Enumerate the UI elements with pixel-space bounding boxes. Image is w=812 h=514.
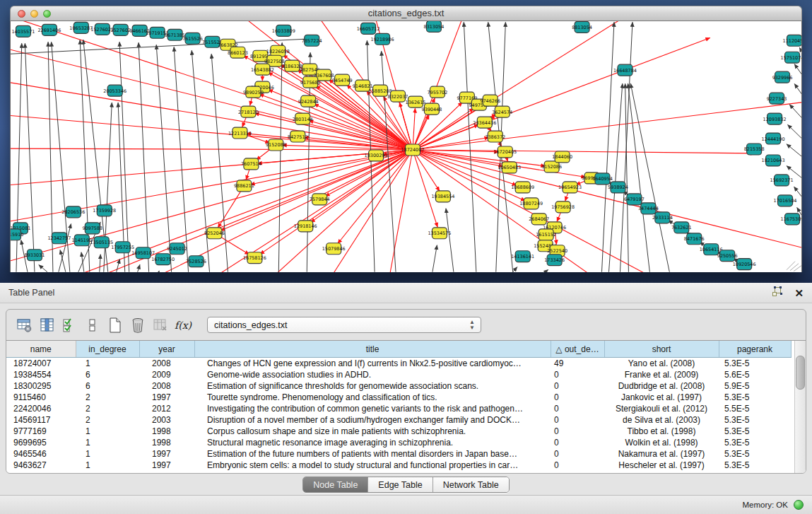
graph-node-label: 8471676	[684, 236, 705, 242]
graph-edge	[413, 37, 710, 150]
table-cell: 2009	[139, 369, 194, 380]
tab-network-table[interactable]: Network Table	[433, 477, 509, 492]
table-cell: Stergiakouli et al. (2012)	[604, 403, 719, 414]
table-row[interactable]: 1872400712008Changes of HCN gene express…	[6, 358, 791, 370]
table-source-value: citations_edges.txt	[214, 320, 288, 330]
vertical-scrollbar[interactable]	[794, 341, 806, 473]
graph-node-label: 8215358	[744, 146, 765, 152]
graph-edge	[60, 250, 66, 271]
table-cell: 1997	[139, 448, 194, 460]
table-toolbar: f(x) citations_edges.txt ▲▼	[6, 310, 806, 340]
table-type-segmented-control: Node TableEdge TableNetwork Table	[302, 477, 509, 493]
graph-node-label: 2933114	[652, 215, 673, 221]
table-row[interactable]: 911546021997Tourette syndrome. Phenomeno…	[6, 392, 791, 403]
column-header-out_de[interactable]: △ out_de…	[551, 341, 604, 358]
table-cell: Changes of HCN gene expression and I(f) …	[194, 358, 551, 370]
column-header-short[interactable]: short	[604, 341, 719, 358]
table-row[interactable]: 1830029562008Estimation of significance …	[6, 380, 791, 392]
graph-node-label: 16543882	[251, 67, 274, 73]
delete-column-button[interactable]	[126, 314, 149, 337]
graph-edge	[192, 50, 209, 271]
zoom-window-button[interactable]	[43, 10, 51, 18]
table-column-button[interactable]	[36, 314, 59, 337]
graph-node-label: 16720405	[493, 149, 517, 155]
graph-node-label: 10650483	[498, 165, 521, 170]
close-panel-icon[interactable]: ✕	[794, 288, 804, 298]
select-rows-button[interactable]	[59, 314, 81, 337]
node-table[interactable]: namein_degreeyeartitle△ out_de…shortpage…	[6, 341, 792, 471]
column-header-pagerank[interactable]: pagerank	[719, 341, 791, 358]
table-row[interactable]: 1938455462009Genome-wide association stu…	[6, 369, 791, 380]
table-cell: 0	[551, 392, 604, 403]
table-cell: Nakamura et al. (1997)	[604, 448, 719, 460]
delete-table-button-disabled[interactable]	[149, 314, 172, 337]
table-cell: 0	[551, 369, 604, 380]
graph-node-label: 2522540	[547, 248, 567, 254]
graph-node-label: 10920546	[733, 262, 756, 267]
graph-edge	[156, 45, 171, 271]
graph-node-label: 19384554	[431, 194, 454, 199]
table-row[interactable]: 1456911722003Disruption of a novel membe…	[6, 414, 791, 426]
graph-node-label: 12918146	[294, 223, 317, 229]
new-table-button[interactable]	[104, 314, 126, 337]
table-row[interactable]: 946554611997Estimation of the future num…	[6, 448, 791, 460]
tab-edge-table[interactable]: Edge Table	[368, 477, 433, 492]
graph-edge	[628, 83, 649, 272]
table-row[interactable]: 977716911998Corpus callosum shape and si…	[6, 426, 791, 437]
graph-edge	[433, 245, 437, 272]
table-cell: Franke et al. (2009)	[604, 369, 719, 380]
minimize-window-button[interactable]	[30, 10, 38, 18]
graph-node-label: 13534575	[428, 230, 451, 236]
graph-node-label: 17359928	[93, 208, 116, 214]
table-cell: 49	[551, 358, 604, 370]
graph-edge	[117, 259, 120, 271]
close-window-button[interactable]	[18, 10, 25, 18]
table-row[interactable]: 946362711997Embryonic stem cells: a mode…	[6, 460, 791, 471]
table-cell: 2	[76, 403, 139, 414]
graph-node-label: 18807249	[519, 201, 543, 206]
table-cell: 2008	[139, 358, 194, 370]
table-settings-button[interactable]	[13, 314, 36, 337]
graph-node-label: 14035571	[11, 29, 35, 35]
graph-node-label: 9175685	[300, 80, 321, 86]
table-cell: 1997	[139, 392, 194, 403]
table-cell: 9699695	[6, 437, 76, 448]
graph-edge	[10, 148, 413, 150]
graph-node-label: 9227343	[767, 96, 787, 102]
clear-selection-button[interactable]	[81, 314, 104, 337]
graph-node-label: 12213319	[228, 131, 252, 136]
table-cell: 5.5E-5	[719, 403, 791, 414]
column-header-year[interactable]: year	[139, 341, 194, 358]
graph-node-label: 18300295	[365, 153, 388, 158]
graph-node-label: 3474444	[638, 206, 659, 211]
status-bar: Memory: OK	[0, 495, 812, 514]
graph-node-label: 18724007	[401, 147, 425, 153]
table-row[interactable]: 969969511998Structural magnetic resonanc…	[6, 437, 791, 448]
table-header-row[interactable]: namein_degreeyeartitle△ out_de…shortpage…	[6, 341, 791, 358]
graph-node-label: 19654923	[558, 185, 582, 190]
network-window: citations_edges.txt 14035571226914061065…	[10, 6, 802, 272]
graph-edge	[10, 150, 413, 187]
table-source-select[interactable]: citations_edges.txt ▲▼	[207, 317, 481, 333]
table-cell: 2	[76, 392, 139, 403]
table-cell: Yano et al. (2008)	[604, 358, 719, 370]
table-row[interactable]: 2242004622012Investigating the contribut…	[6, 403, 791, 414]
memory-status-indicator[interactable]	[794, 500, 804, 510]
graph-edge	[789, 105, 802, 126]
graph-node-label: 18226058	[266, 49, 290, 54]
column-header-title[interactable]: title	[194, 341, 551, 358]
graph-node-label: 7386372	[485, 134, 505, 140]
scrollbar-thumb[interactable]	[796, 356, 805, 390]
network-canvas[interactable]: 1403557122691406106532871527602115276029…	[10, 21, 802, 272]
column-header-in_degree[interactable]: in_degree	[76, 341, 139, 358]
graph-edge	[25, 43, 35, 271]
graph-node-label: 2718120	[238, 110, 259, 115]
network-window-titlebar[interactable]: citations_edges.txt	[10, 6, 802, 21]
graph-node-label: 15079846	[322, 246, 346, 252]
float-panel-icon[interactable]	[772, 286, 783, 300]
function-builder-button[interactable]: f(x)	[172, 314, 194, 337]
tab-node-table[interactable]: Node Table	[303, 477, 368, 492]
graph-node-label: 13505135	[90, 240, 113, 245]
graph-node-label: 9242844	[298, 99, 319, 105]
column-header-name[interactable]: name	[6, 341, 76, 358]
